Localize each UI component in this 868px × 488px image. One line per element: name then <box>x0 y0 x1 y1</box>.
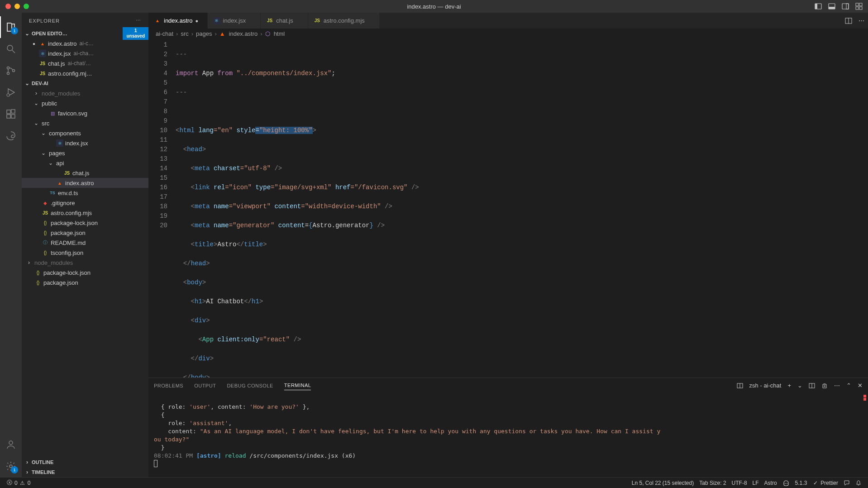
open-editor-item[interactable]: ⚛index.jsxai-cha… <box>22 48 148 58</box>
tree-file[interactable]: ⚛index.jsx <box>22 138 148 148</box>
sidebar: EXPLORER ⋯ OPEN EDITO… 1 unsaved ▲index.… <box>22 13 148 477</box>
layout-panel-icon[interactable] <box>828 3 835 10</box>
window-close-icon[interactable] <box>5 4 11 9</box>
outline-header[interactable]: OUTLINE <box>22 457 148 467</box>
tree-folder[interactable]: public <box>22 98 148 108</box>
file-path: ai-chat/… <box>68 60 91 67</box>
tree-file[interactable]: TSenv.d.ts <box>22 188 148 198</box>
tree-folder[interactable]: node_modules <box>22 88 148 98</box>
activity-edge-icon[interactable] <box>0 125 22 147</box>
status-version[interactable]: 5.1.3 <box>792 478 810 488</box>
tree-file[interactable]: ⓘREADME.md <box>22 238 148 248</box>
crumb[interactable]: src <box>181 30 188 37</box>
terminal-body[interactable]: { role: 'user', content: 'How are you?' … <box>148 393 868 477</box>
tab-debug-console[interactable]: DEBUG CONSOLE <box>227 381 273 390</box>
close-panel-icon[interactable]: ✕ <box>858 382 863 389</box>
tree-file[interactable]: {}package.json <box>22 228 148 238</box>
window-minimize-icon[interactable] <box>14 4 20 9</box>
terminal-picker-icon[interactable] <box>737 383 743 389</box>
status-prettier[interactable]: Prettier <box>810 478 841 488</box>
editor-tab[interactable]: JSastro.config.mjs <box>308 13 380 29</box>
gutter: 1234567891011121314151617181920 <box>148 38 176 378</box>
status-language[interactable]: Astro <box>762 478 780 488</box>
split-editor-icon[interactable] <box>845 17 852 24</box>
terminal-dropdown-icon[interactable]: ⌄ <box>797 382 802 389</box>
tree-item-label: api <box>56 160 64 167</box>
split-terminal-icon[interactable] <box>809 383 815 389</box>
window-maximize-icon[interactable] <box>24 4 29 9</box>
tab-terminal[interactable]: TERMINAL <box>284 381 311 390</box>
status-feedback-icon[interactable] <box>841 478 853 488</box>
crumb[interactable]: index.astro <box>229 30 258 37</box>
timeline-header[interactable]: TIMELINE <box>22 467 148 477</box>
crumb[interactable]: html <box>274 30 285 37</box>
status-selection[interactable]: Ln 5, Col 22 (15 selected) <box>629 478 696 488</box>
tree-file[interactable]: ◆.gitignore <box>22 198 148 208</box>
tab-output[interactable]: OUTPUT <box>194 381 216 390</box>
status-copilot-icon[interactable] <box>780 478 792 488</box>
crumb[interactable]: ai-chat <box>156 30 173 37</box>
editor-tab[interactable]: ⚛index.jsx <box>208 13 261 29</box>
status-eol[interactable]: LF <box>750 478 762 488</box>
tree-item-label: astro.config.mjs <box>51 210 92 216</box>
tree-file[interactable]: {}tsconfig.json <box>22 248 148 258</box>
tab-problems[interactable]: PROBLEMS <box>154 381 183 390</box>
tree-file[interactable]: {}package-lock.json <box>22 218 148 228</box>
new-terminal-icon[interactable]: + <box>787 382 791 389</box>
activity-settings[interactable]: 1 <box>0 455 22 477</box>
status-bell-icon[interactable] <box>853 478 864 488</box>
tree-file[interactable]: ▲index.astro <box>22 178 148 188</box>
customize-layout-icon[interactable] <box>855 3 863 10</box>
activity-search[interactable] <box>0 38 22 60</box>
astro-icon: ▲ <box>39 40 46 47</box>
open-editors-header[interactable]: OPEN EDITO… 1 unsaved <box>22 29 148 38</box>
status-encoding[interactable]: UTF-8 <box>729 478 750 488</box>
tree-folder[interactable]: pages <box>22 148 148 158</box>
dirty-indicator[interactable]: ● <box>196 18 202 24</box>
activity-accounts[interactable] <box>0 434 22 455</box>
activity-run-debug[interactable] <box>0 81 22 103</box>
tree-file[interactable]: ▧favicon.svg <box>22 108 148 118</box>
code-lines[interactable]: --- import App from "../components/index… <box>176 38 419 378</box>
open-editor-item[interactable]: JSastro.config.mj… <box>22 68 148 78</box>
tree-file[interactable]: {}package.json <box>22 277 148 287</box>
maximize-panel-icon[interactable]: ⌃ <box>846 382 851 389</box>
breadcrumbs[interactable]: ai-chat › src › pages › ▲ index.astro › … <box>148 29 868 38</box>
more-actions-icon[interactable]: ⋯ <box>858 17 864 24</box>
open-editor-item[interactable]: ▲index.astroai-c… <box>22 38 148 48</box>
layout-sidebar-left-icon[interactable] <box>815 3 822 10</box>
tree-folder[interactable]: src <box>22 118 148 128</box>
terminal-label[interactable]: zsh - ai-chat <box>749 382 782 389</box>
tree-folder[interactable]: api <box>22 158 148 168</box>
line-number: 20 <box>148 221 167 230</box>
activity-source-control[interactable] <box>0 60 22 81</box>
info-icon: ⓘ <box>42 239 49 246</box>
more-icon[interactable]: ⋯ <box>834 382 840 389</box>
tree-item-label: public <box>42 100 57 107</box>
layout-sidebar-right-icon[interactable] <box>842 3 849 10</box>
line-number: 11 <box>148 135 167 145</box>
status-tabsize[interactable]: Tab Size: 2 <box>696 478 729 488</box>
tabs-actions: ⋯ <box>841 13 868 29</box>
status-errors[interactable]: ⓧ 0 ⚠ 0 <box>4 478 33 488</box>
editor-tab[interactable]: ▲index.astro● <box>148 13 208 29</box>
tree-folder[interactable]: components <box>22 128 148 138</box>
crumb[interactable]: pages <box>196 30 212 37</box>
activity-extensions[interactable] <box>0 103 22 125</box>
sidebar-more-icon[interactable]: ⋯ <box>136 18 141 24</box>
tree-item-label: favicon.svg <box>58 110 87 117</box>
react-icon: ⚛ <box>39 50 46 57</box>
image-icon: ▧ <box>49 110 56 117</box>
activity-explorer[interactable]: 1 <box>0 16 22 38</box>
tree-file[interactable]: JSchat.js <box>22 168 148 178</box>
open-editor-item[interactable]: JSchat.jsai-chat/… <box>22 58 148 68</box>
kill-terminal-icon[interactable] <box>821 383 828 389</box>
editor-tab[interactable]: JSchat.js <box>261 13 308 29</box>
tree-file[interactable]: {}package-lock.json <box>22 268 148 277</box>
project-header[interactable]: DEV-AI <box>22 78 148 88</box>
code-editor[interactable]: 1234567891011121314151617181920 --- impo… <box>148 38 868 378</box>
react-icon: ⚛ <box>213 17 220 24</box>
tree-folder[interactable]: node_modules <box>22 258 148 268</box>
tree-file[interactable]: JSastro.config.mjs <box>22 208 148 218</box>
line-number: 6 <box>148 88 167 97</box>
